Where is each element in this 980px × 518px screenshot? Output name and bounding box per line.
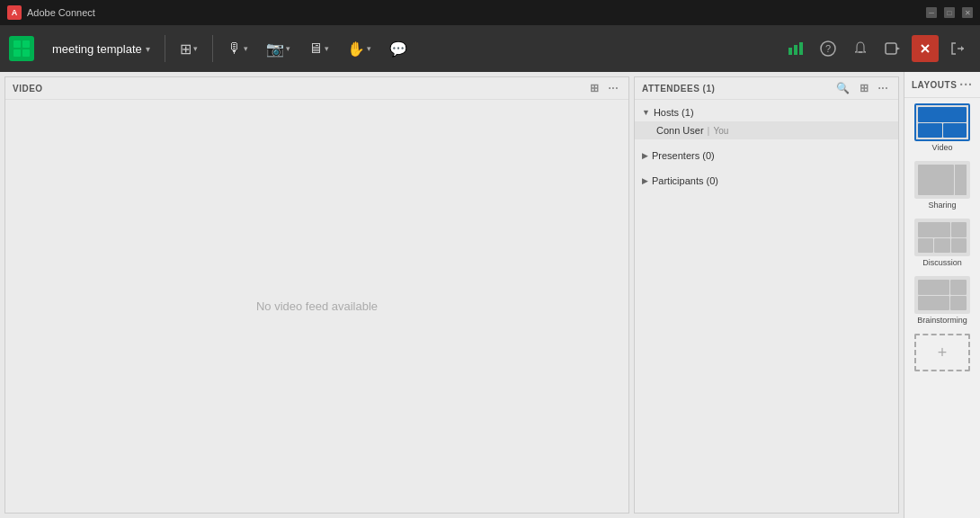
meeting-template-selector[interactable]: meeting template ▾ [45, 39, 157, 59]
app-title: Adobe Connect [27, 7, 926, 18]
thumb-cell-wide [918, 222, 950, 237]
svg-marker-16 [961, 46, 964, 51]
layouts-title: LAYOUTS [912, 80, 957, 90]
layout-item-sharing[interactable]: Sharing [904, 156, 980, 213]
thumb-cell [918, 280, 949, 295]
hosts-label: Hosts (1) [654, 107, 694, 118]
layout-label-brainstorming: Brainstorming [917, 316, 967, 325]
svg-rect-0 [13, 40, 21, 48]
layout-item-discussion[interactable]: Discussion [904, 213, 980, 271]
microphone-icon: 🎙 [227, 40, 242, 57]
svg-rect-1 [22, 40, 30, 48]
participants-group: ▶ Participants (0) [635, 168, 898, 193]
window-controls: ─ □ ✕ [926, 7, 973, 18]
share-icon: 🖥 [308, 40, 323, 57]
thumb-cell-side [955, 165, 967, 195]
layout-label-sharing: Sharing [928, 201, 956, 210]
analytics-button[interactable] [782, 35, 809, 62]
video-layout-icon[interactable]: ⊞ [587, 81, 602, 95]
notifications-button[interactable] [847, 35, 874, 62]
camera-icon: 📷 [266, 40, 284, 58]
thumb-cell [950, 280, 967, 295]
svg-rect-4 [788, 48, 792, 55]
separator [165, 35, 165, 62]
separator [212, 35, 213, 62]
audio-button[interactable]: 🎙 ▾ [220, 37, 255, 60]
layout-item-brainstorming[interactable]: Brainstorming [904, 271, 980, 328]
chevron-down-icon: ▾ [244, 44, 248, 53]
layout-thumb-sharing [914, 161, 970, 199]
attendees-panel-title: ATTENDEES (1) [642, 84, 715, 94]
thumb-cell-main [918, 165, 954, 195]
layouts-header: LAYOUTS ··· [904, 72, 980, 98]
title-bar: A Adobe Connect ─ □ ✕ [0, 0, 980, 25]
discussion-thumb-grid [918, 222, 967, 253]
video-panel-controls: ⊞ ··· [587, 81, 621, 95]
hand-icon: ✋ [347, 40, 365, 58]
presenters-group: ▶ Presenters (0) [635, 143, 898, 168]
thumb-cell [918, 296, 949, 311]
layout-thumb-brainstorming [914, 276, 970, 314]
add-layout-button[interactable]: + [914, 334, 970, 371]
app-icon [9, 36, 34, 61]
attendees-panel-header: ATTENDEES (1) 🔍 ⊞ ··· [635, 77, 898, 100]
thumb-cell [918, 238, 933, 254]
webcam-button[interactable]: 📷 ▾ [259, 37, 298, 61]
exit-button[interactable] [944, 35, 971, 62]
expand-icon: ▶ [642, 176, 648, 185]
thumb-cell [934, 238, 949, 254]
maximize-button[interactable]: □ [944, 7, 955, 18]
host-name: Conn User [656, 125, 704, 136]
help-button[interactable]: ? [815, 35, 842, 62]
presenters-label: Presenters (0) [652, 150, 715, 161]
layouts-more-icon[interactable]: ··· [959, 77, 973, 92]
thumb-cell-large [918, 107, 967, 122]
you-badge: You [713, 126, 728, 136]
participants-label: Participants (0) [652, 175, 718, 186]
attendees-search-icon[interactable]: 🔍 [833, 81, 853, 95]
record-button[interactable] [879, 35, 906, 62]
svg-text:?: ? [825, 43, 831, 54]
raise-hand-button[interactable]: ✋ ▾ [340, 37, 379, 61]
video-more-icon[interactable]: ··· [605, 81, 621, 95]
thumb-cell [950, 296, 967, 311]
participants-group-header[interactable]: ▶ Participants (0) [635, 172, 898, 190]
thumb-cell [943, 123, 967, 138]
svg-rect-6 [799, 42, 803, 55]
main-content: VIDEO ⊞ ··· No video feed available ATTE… [0, 72, 980, 518]
attendees-more-icon[interactable]: ··· [875, 81, 891, 95]
app-logo: A [7, 5, 22, 20]
chevron-down-icon: ▾ [146, 44, 150, 54]
thumb-subcell [955, 181, 967, 196]
layout-thumb-discussion [914, 219, 970, 256]
close-button[interactable]: ✕ [962, 7, 973, 18]
pods-button[interactable]: ⊞ ▾ [173, 37, 205, 61]
end-meeting-button[interactable] [912, 35, 939, 62]
chat-button[interactable]: 💬 [382, 37, 414, 61]
chevron-down-icon: ▾ [193, 44, 198, 53]
hosts-group-header[interactable]: ▼ Hosts (1) [635, 103, 898, 121]
attendees-panel: ATTENDEES (1) 🔍 ⊞ ··· ▼ Hosts (1) Conn U… [634, 76, 899, 514]
toolbar-right-section: ? [782, 35, 971, 62]
thumb-cell [951, 222, 967, 237]
share-button[interactable]: 🖥 ▾ [301, 37, 336, 60]
svg-rect-2 [13, 49, 21, 57]
layout-item-video[interactable]: Video [904, 98, 980, 156]
attendees-panel-controls: 🔍 ⊞ ··· [833, 81, 891, 95]
layout-label-video: Video [932, 143, 953, 152]
host-row: Conn User | You [635, 121, 898, 139]
thumb-cell [951, 238, 967, 254]
video-panel-body: No video feed available [5, 100, 628, 513]
svg-rect-10 [886, 43, 896, 54]
separator: | [708, 125, 710, 136]
chevron-down-icon: ▾ [367, 44, 371, 53]
presenters-group-header[interactable]: ▶ Presenters (0) [635, 147, 898, 165]
svg-rect-5 [794, 45, 797, 55]
video-thumb-grid [918, 107, 967, 138]
minimize-button[interactable]: ─ [926, 7, 937, 18]
video-panel: VIDEO ⊞ ··· No video feed available [4, 76, 629, 514]
thumb-subcell [955, 165, 967, 180]
attendees-layout-icon[interactable]: ⊞ [857, 81, 872, 95]
add-icon: + [938, 344, 948, 362]
svg-marker-11 [896, 47, 900, 50]
